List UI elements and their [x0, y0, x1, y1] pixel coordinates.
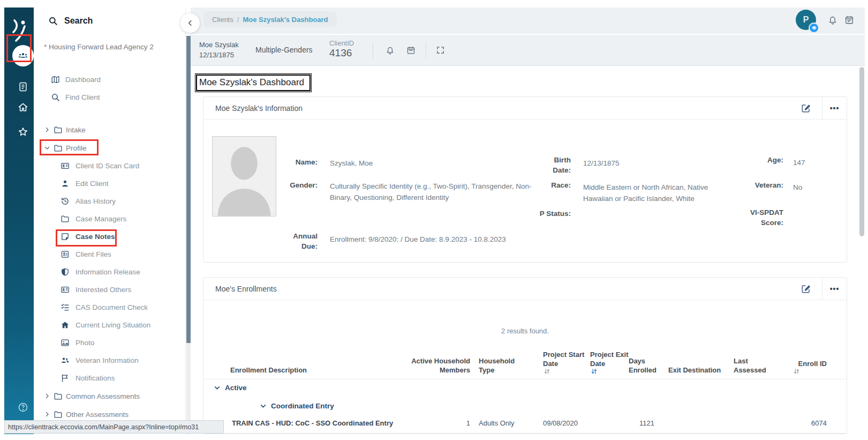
sidebar-folder-intake[interactable]: Intake — [34, 121, 185, 139]
folder-label: Profile — [66, 144, 86, 152]
help-button[interactable] — [12, 397, 34, 418]
group-row-active[interactable]: Active — [203, 379, 847, 396]
person-silhouette-icon — [213, 137, 276, 216]
sort-icon-active[interactable] — [591, 368, 597, 375]
sidebar-item-photo[interactable]: Photo — [34, 334, 185, 352]
chevron-down-icon — [260, 402, 267, 409]
column-days-enrolled[interactable]: Days Enrolled — [629, 356, 664, 375]
sidebar-item-label: Photo — [76, 339, 94, 347]
id-card-icon — [61, 161, 70, 170]
p-status-label: P Status: — [523, 208, 571, 219]
sort-icon[interactable] — [544, 368, 550, 375]
breadcrumb-current[interactable]: Moe Szyslak's Dashboard — [243, 16, 328, 24]
sidebar-item-dashboard[interactable]: Dashboard — [34, 71, 185, 88]
edit-button[interactable] — [790, 97, 822, 120]
folder-label: Intake — [66, 126, 86, 134]
sidebar-item-notifications[interactable]: Notifications — [34, 369, 185, 387]
history-icon — [61, 197, 70, 206]
sidebar-item-veteran-information[interactable]: Veteran Information — [34, 352, 185, 369]
name-value: Szyslak, Moe — [330, 158, 531, 169]
sidebar-item-label: Find Client — [65, 93, 100, 101]
sidebar-folder-profile[interactable]: Profile — [34, 139, 185, 157]
folder-icon — [61, 214, 70, 223]
sidebar-item-cas-document-check[interactable]: CAS Document Check — [34, 299, 185, 316]
divider — [426, 42, 426, 58]
sidebar-folder-common-assessments[interactable]: Common Assessments — [34, 387, 185, 405]
column-last-assessed[interactable]: Last Assessed — [734, 356, 774, 375]
bell-icon[interactable] — [828, 15, 837, 25]
nav-clients-button[interactable] — [12, 45, 34, 66]
note-icon — [61, 232, 70, 241]
sidebar-item-label: Interested Others — [76, 286, 131, 294]
results-count: 2 results found. — [203, 327, 847, 335]
sidebar-item-label: Information Release — [76, 268, 140, 276]
table-row[interactable]: TRAIN CAS - HUD: CoC - SSO Coordinated E… — [203, 415, 847, 434]
sidebar-item-information-release[interactable]: Information Release — [34, 263, 185, 281]
client-id-value: 4136 — [329, 47, 352, 59]
breadcrumb-separator: / — [237, 16, 239, 24]
more-menu-button[interactable]: ••• — [822, 278, 847, 300]
nav-forms-button[interactable] — [12, 76, 34, 98]
breadcrumb-clients[interactable]: Clients — [212, 16, 233, 24]
calendar-icon[interactable] — [844, 15, 854, 25]
sidebar-item-edit-client[interactable]: Edit Client — [34, 175, 185, 192]
column-project-start-date[interactable]: Project Start Date — [543, 350, 590, 375]
client-photo-placeholder — [212, 136, 276, 217]
sidebar-item-label: Case Notes — [76, 233, 115, 241]
sidebar-item-case-managers[interactable]: Case Managers — [34, 210, 185, 228]
cell-enroll-id: 6074 — [792, 419, 827, 427]
nav-home-button[interactable] — [12, 96, 34, 118]
nav-favorites-button[interactable] — [12, 121, 34, 143]
card-title: Moe's Enrollments — [215, 285, 277, 293]
sidebar-scrollbar-thumb[interactable] — [186, 36, 191, 343]
back-button[interactable] — [180, 13, 200, 33]
sidebar-search[interactable]: Search — [34, 8, 185, 34]
sidebar-item-current-living-situation[interactable]: Current Living Situation — [34, 316, 185, 334]
column-enroll-id[interactable]: Enroll ID — [792, 359, 827, 375]
column-exit-destination[interactable]: Exit Destination — [668, 366, 731, 375]
name-label: Name: — [268, 157, 318, 167]
training-badge[interactable] — [809, 23, 819, 33]
sidebar-item-alias-history[interactable]: Alias History — [34, 192, 185, 210]
enrollments-card: Moe's Enrollments ••• 2 results found. E… — [203, 277, 847, 434]
sidebar-item-label: Client ID Scan Card — [76, 162, 139, 170]
ellipsis-icon: ••• — [830, 104, 840, 113]
status-url-text: https://clienttrack.eccovia.com/MainPage… — [8, 423, 199, 431]
client-dob: 12/13/1875 — [199, 50, 239, 60]
map-icon — [51, 75, 60, 84]
more-menu-button[interactable]: ••• — [822, 97, 847, 120]
bell-icon[interactable] — [386, 46, 395, 55]
edit-icon — [801, 103, 811, 113]
sidebar-item-interested-others[interactable]: Interested Others — [34, 281, 185, 299]
fullscreen-icon[interactable] — [436, 46, 445, 55]
sort-icon[interactable] — [794, 368, 799, 375]
clienttrack-logo — [10, 19, 28, 42]
column-active-household-members[interactable]: Active Household Members — [402, 356, 470, 375]
client-name: Moe Szyslak — [199, 40, 239, 50]
sidebar-item-client-files[interactable]: Client Files — [34, 245, 185, 263]
search-label: Search — [64, 16, 93, 26]
home-icon — [18, 102, 28, 113]
veteran-value: No — [793, 182, 825, 193]
folder-icon — [54, 144, 63, 153]
content-scrollbar-thumb[interactable] — [859, 67, 864, 236]
folder-icon — [54, 125, 63, 135]
card-header: Moe Szyslak's Information ••• — [203, 97, 847, 120]
group-row-coordinated-entry[interactable]: Coordinated Entry — [203, 398, 847, 414]
column-enrollment-description[interactable]: Enrollment Description — [230, 366, 404, 375]
sidebar-item-client-id-scan-card[interactable]: Client ID Scan Card — [34, 157, 185, 175]
sidebar: Search * Housing Forward Lead Agency 2 D… — [34, 8, 186, 434]
chevron-right-icon — [44, 393, 50, 399]
graduation-cap-icon — [811, 25, 817, 31]
sidebar-scrollbar[interactable] — [186, 36, 191, 434]
client-id-label: ClientID — [329, 39, 354, 47]
edit-button[interactable] — [790, 278, 822, 300]
sidebar-item-case-notes[interactable]: Case Notes — [34, 228, 185, 245]
column-household-type[interactable]: Household Type — [479, 356, 525, 375]
annual-due-label: Annual Due: — [284, 231, 318, 251]
column-project-exit-date[interactable]: Project Exit Date — [590, 350, 633, 375]
user-icon — [61, 179, 70, 188]
sidebar-item-find-client[interactable]: Find Client — [34, 88, 185, 106]
agency-label[interactable]: * Housing Forward Lead Agency 2 — [44, 43, 185, 56]
calendar-icon[interactable] — [406, 46, 416, 55]
